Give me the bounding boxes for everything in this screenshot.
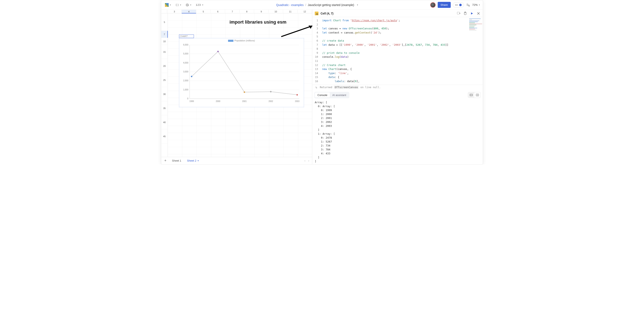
console-output[interactable]: Array: [ 0: Array: [ 0: 1999 1: 2000 2: … xyxy=(312,100,483,164)
code-dropdown[interactable]: ▾ xyxy=(175,2,182,8)
svg-text:1999: 1999 xyxy=(189,100,194,102)
row-header-15[interactable]: 15 xyxy=(161,45,168,59)
zoom-dropdown[interactable]: 72% ▾ xyxy=(472,3,480,6)
code-content[interactable]: import Chart from 'https://esm.run/chart… xyxy=(320,17,483,85)
col-header-11[interactable]: 11 xyxy=(283,10,298,13)
svg-text:2003: 2003 xyxy=(295,100,300,102)
row-header-20[interactable]: 20 xyxy=(161,59,168,73)
svg-point-1 xyxy=(187,4,187,5)
tab-console[interactable]: Console xyxy=(315,92,330,98)
palette-icon xyxy=(186,3,189,6)
language-badge-icon: JS xyxy=(315,12,318,15)
return-status: ↳ Returned OffscreenCanvas on line null. xyxy=(312,85,483,91)
logo-icon xyxy=(165,3,169,7)
active-cell[interactable]: CHART xyxy=(179,34,194,38)
minimap[interactable] xyxy=(468,18,483,34)
svg-text:2002: 2002 xyxy=(268,100,273,102)
row-headers: 571015202530354045 xyxy=(161,14,168,157)
app-menu[interactable]: ▾ xyxy=(164,2,172,8)
layout-toggles xyxy=(468,92,481,98)
col-header-10[interactable]: 10 xyxy=(268,10,283,13)
topbar: ▾ ▾ ▾ 123 ▾ Quadratic - examples / JavaS… xyxy=(161,0,483,10)
svg-point-22 xyxy=(217,51,219,52)
col-header-5[interactable]: 5 xyxy=(196,10,211,13)
sheet-tab-1[interactable]: Sheet 1 xyxy=(170,158,183,164)
svg-text:1,000: 1,000 xyxy=(183,88,188,91)
search-button[interactable] xyxy=(466,3,470,7)
run-button[interactable] xyxy=(470,12,474,15)
svg-text:2001: 2001 xyxy=(242,100,247,102)
row-header-35[interactable]: 35 xyxy=(161,101,168,115)
number-format-dropdown[interactable]: 123 ▾ xyxy=(195,2,204,7)
kernel-status[interactable]: <> xyxy=(453,2,464,8)
palette-dropdown[interactable]: ▾ xyxy=(185,2,192,8)
row-header-5[interactable]: 5 xyxy=(161,14,168,31)
next-sheet-button[interactable]: › xyxy=(308,159,309,162)
spreadsheet-panel: import libraries using esm 3456789101112… xyxy=(161,10,312,164)
chart-plot: 01,0002,0003,0004,0005,0006,000199920002… xyxy=(179,43,304,105)
cell-reference: Cell (4, 7) xyxy=(320,12,455,15)
clipboard-icon[interactable] xyxy=(463,12,467,15)
code-editor[interactable]: 12345678910111213141516 import Chart fro… xyxy=(312,17,483,85)
svg-point-0 xyxy=(186,4,188,6)
user-avatar[interactable] xyxy=(430,2,436,8)
svg-point-2 xyxy=(188,4,188,5)
prev-sheet-button[interactable]: ‹ xyxy=(304,159,305,162)
breadcrumb-root[interactable]: Quadratic - examples xyxy=(276,3,304,6)
breadcrumb-current[interactable]: JavaScript getting started (example) xyxy=(308,3,354,6)
col-header-6[interactable]: 6 xyxy=(211,10,225,13)
row-header-10[interactable]: 10 xyxy=(161,38,168,45)
layout-horizontal[interactable] xyxy=(468,92,474,98)
svg-point-21 xyxy=(191,76,192,77)
row-header-45[interactable]: 45 xyxy=(161,129,168,144)
row-header-40[interactable]: 40 xyxy=(161,115,168,129)
svg-text:3,000: 3,000 xyxy=(183,70,188,73)
add-sheet-button[interactable]: + xyxy=(162,158,168,163)
code-panel: JS Cell (4, 7) 12345678910111213141516 i… xyxy=(312,10,483,164)
svg-point-3 xyxy=(187,5,187,6)
breadcrumb: Quadratic - examples / JavaScript gettin… xyxy=(276,3,358,6)
breadcrumb-separator: / xyxy=(305,3,306,6)
svg-text:4,000: 4,000 xyxy=(183,62,188,64)
sheet-tabs: + Sheet 1 Sheet 2▾ ‹ › xyxy=(161,157,312,164)
svg-point-23 xyxy=(244,92,245,93)
chart-legend: Population (millions) xyxy=(179,38,304,43)
col-header-7[interactable]: 7 xyxy=(225,10,240,13)
status-dot-icon xyxy=(459,4,462,6)
panel-tabgroup: Console AI assistant xyxy=(314,92,349,98)
zoom-value: 72% xyxy=(472,3,478,6)
return-arrow-icon: ↳ xyxy=(316,86,317,89)
svg-rect-31 xyxy=(457,12,460,14)
code-angles-icon: <> xyxy=(455,4,458,6)
svg-text:6,000: 6,000 xyxy=(183,44,188,46)
col-header-9[interactable]: 9 xyxy=(254,10,268,13)
cells-grid[interactable]: CHART Population (millions) 01,0002,0003… xyxy=(168,14,312,157)
sheet-tab-2[interactable]: Sheet 2▾ xyxy=(185,158,201,164)
braces-icon xyxy=(176,3,179,6)
tab-ai-assistant[interactable]: AI assistant xyxy=(330,92,349,98)
svg-point-24 xyxy=(270,91,272,92)
col-header-4[interactable]: 4 xyxy=(182,10,196,14)
share-button[interactable]: Share xyxy=(438,2,451,8)
selection-dropdown-icon[interactable] xyxy=(457,12,460,15)
row-header-30[interactable]: 30 xyxy=(161,87,168,101)
column-headers: 3456789101112 xyxy=(161,10,312,14)
row-header-7[interactable]: 7 xyxy=(161,31,168,38)
layout-vertical[interactable] xyxy=(474,92,480,98)
format-label: 123 xyxy=(196,3,201,6)
line-gutter: 12345678910111213141516 xyxy=(312,17,320,85)
svg-text:2,000: 2,000 xyxy=(183,80,188,82)
search-list-icon xyxy=(466,3,470,7)
file-menu-caret[interactable]: ▾ xyxy=(357,4,358,6)
col-header-8[interactable]: 8 xyxy=(240,10,254,13)
embedded-chart[interactable]: Population (millions) 01,0002,0003,0004,… xyxy=(179,38,304,107)
svg-point-25 xyxy=(296,94,298,96)
legend-swatch-icon xyxy=(228,40,234,42)
col-header-3[interactable]: 3 xyxy=(167,10,182,13)
col-header-12[interactable]: 12 xyxy=(298,10,312,13)
svg-text:0: 0 xyxy=(187,98,188,100)
row-header-25[interactable]: 25 xyxy=(161,73,168,87)
svg-text:2000: 2000 xyxy=(216,100,220,102)
svg-text:5,000: 5,000 xyxy=(183,52,188,55)
close-button[interactable] xyxy=(476,12,480,15)
